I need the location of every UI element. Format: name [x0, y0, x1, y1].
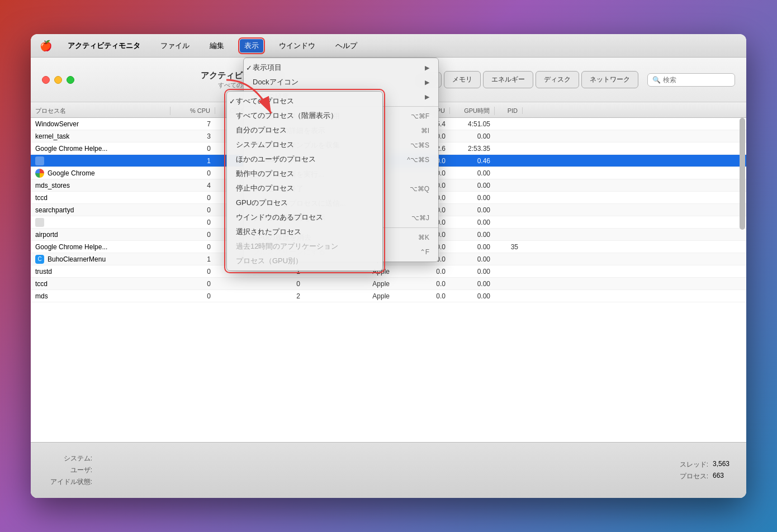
process-name: Google Chrome — [48, 169, 95, 177]
proc-name-cell — [31, 218, 170, 227]
menu-edit[interactable]: 編集 — [205, 39, 229, 53]
gpu-cell: 0.0 — [394, 280, 450, 288]
menu-window[interactable]: ウインドウ — [274, 39, 320, 53]
system-label: システム: — [48, 454, 92, 463]
proc-name-cell: airportd — [31, 231, 170, 239]
proc-name-cell: Google Chrome Helpe... — [31, 145, 170, 153]
pid-cell: 35 — [495, 243, 523, 251]
process-name: trustd — [35, 268, 52, 276]
proc-name-cell: Google Chrome — [31, 169, 170, 178]
mac-window: 🍎 アクティビティモニタ ファイル 編集 表示 ウインドウ ヘルプ アクティビテ… — [31, 34, 746, 498]
menu-file[interactable]: ファイル — [156, 39, 194, 53]
threads-cell: 0 — [260, 280, 305, 288]
cpu-cell: 0 — [170, 145, 215, 153]
bottom-right-section: スレッド: 3,563 プロセス: 663 — [664, 460, 729, 481]
table-row[interactable]: tccd00Apple0.00.00 — [31, 278, 746, 290]
submenu-item-active[interactable]: 動作中のプロセス — [227, 167, 382, 181]
table-row[interactable]: trustd01Apple0.00.00 — [31, 265, 746, 278]
process-name: BuhoClearnerMenu — [48, 255, 106, 263]
proc-name-cell: mds — [31, 292, 170, 300]
scroll-indicator[interactable] — [740, 118, 745, 230]
gpu-cell: 0.0 — [394, 268, 450, 276]
proc-name-cell: searchpartyd — [31, 206, 170, 214]
menu-app-name[interactable]: アクティビティモニタ — [63, 39, 145, 53]
processes-value: 663 — [713, 472, 724, 481]
process-name: WindowServer — [35, 120, 79, 128]
th-gpu-time[interactable]: GPU時間 — [450, 107, 495, 115]
th-cpu[interactable]: % CPU — [170, 107, 215, 114]
process-name: mds — [35, 292, 48, 300]
th-process-name[interactable]: プロセス名 — [31, 107, 170, 115]
submenu-item-gpu-by[interactable]: プロセス（GPU別） — [227, 254, 382, 268]
cpu-cell: 1 — [170, 157, 215, 165]
menu-bar: 🍎 アクティビティモニタ ファイル 編集 表示 ウインドウ ヘルプ — [31, 34, 746, 58]
search-box[interactable]: 🔍 — [647, 73, 735, 87]
menu-view[interactable]: 表示 — [240, 39, 263, 53]
gputime-cell: 0.00 — [450, 280, 495, 288]
threads-cell: 2 — [260, 292, 305, 300]
proc-name-cell: mds_stores — [31, 182, 170, 189]
close-button[interactable] — [42, 76, 50, 84]
gputime-cell: 0.00 — [450, 268, 495, 276]
proc-name-cell — [31, 156, 170, 165]
tab-energy[interactable]: エネルギー — [483, 71, 533, 88]
user-label: ユーザ: — [48, 466, 92, 475]
cpu-cell: 0 — [170, 218, 215, 226]
tab-memory[interactable]: メモリ — [444, 71, 481, 88]
table-row[interactable]: mds02Apple0.00.00 — [31, 290, 746, 302]
proc-name-cell: trustd — [31, 268, 170, 276]
gputime-cell: 2:53.35 — [450, 145, 495, 153]
cpu-cell: 0 — [170, 268, 215, 276]
process-name: mds_stores — [35, 182, 70, 189]
submenu-item-inactive[interactable]: 停止中のプロセス — [227, 181, 382, 196]
submenu-item-windowed[interactable]: ウインドウのあるプロセス — [227, 210, 382, 225]
submenu-item-all-processes[interactable]: すべてのプロセス — [227, 94, 382, 108]
gputime-cell: 0.00 — [450, 206, 495, 214]
process-name: airportd — [35, 231, 58, 239]
submenu-item-gpu[interactable]: GPUのプロセス — [227, 196, 382, 210]
gputime-cell: 0.00 — [450, 132, 495, 140]
cpu-cell: 3 — [170, 132, 215, 140]
submenu-item-other-user[interactable]: ほかのユーザのプロセス — [227, 152, 382, 167]
submenu-item-selected[interactable]: 選択されたプロセス — [227, 225, 382, 239]
gputime-cell: 0.00 — [450, 243, 495, 251]
bottom-bar: システム: ユーザ: アイドル状態: スレッド: 3,563 — [31, 442, 746, 498]
search-input[interactable] — [663, 76, 730, 84]
process-filter-submenu[interactable]: すべてのプロセス すべてのプロセス（階層表示） 自分のプロセス システムプロセス… — [226, 91, 383, 271]
gputime-cell: 0.00 — [450, 231, 495, 239]
cpu-cell: 0 — [170, 231, 215, 239]
gputime-cell: 0.46 — [450, 157, 495, 165]
submenu-item-system-processes[interactable]: システムプロセス — [227, 137, 382, 152]
submenu-item-last-12h[interactable]: 過去12時間のアプリケーション — [227, 239, 382, 254]
cpu-cell: 0 — [170, 206, 215, 214]
process-name: Google Chrome Helpe... — [35, 145, 107, 153]
proc-name-cell: Google Chrome Helpe... — [31, 243, 170, 251]
menu-item-dock-icon[interactable]: Dockアイコン ▶ — [244, 75, 438, 89]
apple-menu[interactable]: 🍎 — [40, 40, 52, 52]
proc-name-cell: tccd — [31, 194, 170, 202]
maximize-button[interactable] — [67, 76, 74, 84]
type-cell: Apple — [349, 292, 394, 300]
cpu-cell: 0 — [170, 169, 215, 177]
process-name: tccd — [35, 280, 48, 288]
submenu-item-all-hierarchical[interactable]: すべてのプロセス（階層表示） — [227, 108, 382, 123]
menu-help[interactable]: ヘルプ — [331, 39, 362, 53]
gputime-cell: 0.00 — [450, 218, 495, 226]
th-pid[interactable]: PID — [495, 107, 523, 114]
tab-disk[interactable]: ディスク — [536, 71, 579, 88]
blank-icon — [35, 218, 44, 227]
proc-name-cell: tccd — [31, 280, 170, 288]
minimize-button[interactable] — [54, 76, 62, 84]
tab-network[interactable]: ネットワーク — [581, 71, 638, 88]
cpu-cell: 4 — [170, 182, 215, 189]
processes-label: プロセス: — [664, 472, 708, 481]
process-name: kernel_task — [35, 132, 69, 140]
type-cell: Apple — [349, 280, 394, 288]
idle-label: アイドル状態: — [48, 477, 92, 487]
blank-icon — [35, 156, 44, 165]
gputime-cell: 0.00 — [450, 194, 495, 202]
proc-name-cell: kernel_task — [31, 132, 170, 140]
gputime-cell: 0.00 — [450, 169, 495, 177]
menu-item-display-items[interactable]: 表示項目 ▶ — [244, 60, 438, 75]
submenu-item-my-processes[interactable]: 自分のプロセス — [227, 123, 382, 137]
